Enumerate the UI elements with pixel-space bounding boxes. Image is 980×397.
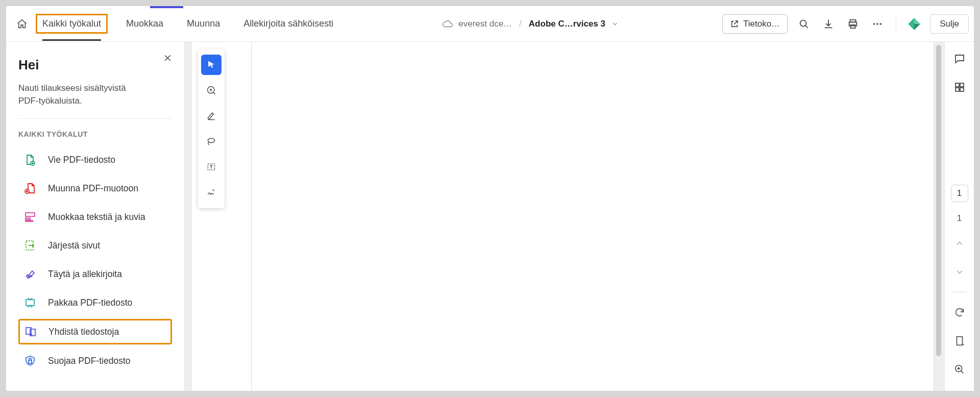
- external-link-icon: [730, 19, 739, 29]
- nav-convert[interactable]: Muunna: [182, 14, 225, 33]
- more-horizontal-icon: [872, 18, 883, 30]
- cloud-label: everest dce…: [458, 19, 512, 29]
- account-avatar[interactable]: [906, 16, 922, 32]
- sidebar-section-heading: KAIKKI TYÖKALUT: [18, 130, 172, 138]
- zoom-button[interactable]: [951, 361, 968, 378]
- tool-convert-to-pdf[interactable]: Muunna PDF-muotoon: [18, 176, 172, 201]
- tool-label: Pakkaa PDF-tiedosto: [48, 297, 132, 308]
- sidebar-subtitle: Nauti tilaukseesi sisältyvistä PDF-työka…: [18, 82, 172, 107]
- tool-organize-pages[interactable]: Järjestä sivut: [18, 233, 172, 258]
- tab-indicator: [150, 6, 183, 8]
- download-icon: [823, 18, 834, 30]
- more-button[interactable]: [869, 16, 886, 32]
- comment-tool[interactable]: [201, 80, 222, 101]
- search-button[interactable]: [796, 16, 812, 32]
- scrollbar-track[interactable]: [934, 42, 944, 391]
- rotate-icon: [954, 307, 965, 318]
- page-up-button[interactable]: [951, 235, 968, 252]
- svg-rect-26: [960, 88, 964, 91]
- tool-combine-files[interactable]: Yhdistä tiedostoja: [18, 319, 172, 344]
- page-total-badge[interactable]: 1: [951, 185, 968, 202]
- zoom-in-icon: [954, 364, 965, 375]
- lasso-icon: [206, 136, 216, 146]
- select-tool[interactable]: [201, 55, 222, 75]
- scrollbar-thumb[interactable]: [936, 45, 941, 356]
- canvas-gutter: [185, 42, 192, 391]
- info-button-label: Tietoko…: [743, 19, 780, 29]
- print-icon: [847, 18, 859, 30]
- page-current: 1: [957, 213, 962, 224]
- topbar: Kaikki työkalut Muokkaa Muunna Allekirjo…: [6, 6, 974, 42]
- sidebar: ✕ Hei Nauti tilaukseesi sisältyvistä PDF…: [6, 42, 185, 391]
- sidebar-title: Hei: [18, 57, 172, 73]
- topbar-actions: Tietoko… Sulje: [722, 14, 969, 34]
- tool-label: Muokkaa tekstiä ja kuvia: [48, 212, 145, 222]
- tool-protect-pdf[interactable]: Suojaa PDF-tiedosto: [18, 349, 172, 373]
- tool-label: Suojaa PDF-tiedosto: [48, 356, 130, 366]
- nav-all-tools[interactable]: Kaikki työkalut: [36, 14, 108, 34]
- cursor-icon: [206, 60, 216, 70]
- home-icon: [16, 18, 28, 30]
- download-button[interactable]: [820, 16, 837, 32]
- page-surface[interactable]: [251, 42, 934, 391]
- cloud-icon: [442, 18, 453, 30]
- comments-panel-button[interactable]: [951, 50, 968, 67]
- svg-point-21: [208, 138, 214, 142]
- textbox-icon: [206, 162, 216, 172]
- edit-icon: [24, 211, 36, 223]
- chevron-down-icon: [954, 267, 965, 277]
- rail-divider: [952, 292, 967, 292]
- tool-label: Vie PDF-tiedosto: [48, 155, 115, 165]
- tool-compress-pdf[interactable]: Pakkaa PDF-tiedosto: [18, 290, 172, 315]
- svg-rect-13: [26, 218, 30, 219]
- svg-marker-9: [914, 24, 920, 30]
- svg-rect-24: [960, 83, 964, 87]
- divider: [896, 16, 896, 32]
- right-rail: 1 1: [944, 42, 974, 391]
- tool-export-pdf[interactable]: Vie PDF-tiedosto: [18, 147, 172, 172]
- close-button[interactable]: Sulje: [930, 14, 969, 34]
- document-name: Adobe C…rvices 3: [529, 19, 605, 29]
- sidebar-divider: [18, 118, 172, 119]
- svg-point-4: [873, 23, 875, 25]
- svg-rect-25: [955, 88, 959, 91]
- highlight-tool[interactable]: [201, 106, 222, 126]
- svg-point-6: [880, 23, 882, 25]
- protect-icon: [24, 355, 36, 367]
- signature-icon: [206, 187, 216, 197]
- tool-label: Muunna PDF-muotoon: [48, 183, 138, 194]
- body: ✕ Hei Nauti tilaukseesi sisältyvistä PDF…: [6, 42, 974, 391]
- nav-esign[interactable]: Allekirjoita sähköisesti: [238, 14, 338, 33]
- textbox-tool[interactable]: [201, 157, 222, 177]
- canvas-area: [185, 42, 944, 391]
- tool-label: Järjestä sivut: [48, 240, 100, 251]
- svg-rect-23: [955, 83, 959, 87]
- thumbnails-panel-button[interactable]: [951, 79, 968, 96]
- create-pdf-icon: [24, 182, 36, 194]
- svg-point-5: [876, 23, 878, 25]
- rotate-button[interactable]: [951, 304, 968, 321]
- tool-label: Täytä ja allekirjoita: [48, 269, 122, 280]
- document-selector[interactable]: Adobe C…rvices 3: [529, 19, 619, 29]
- print-button[interactable]: [845, 16, 861, 32]
- cloud-location[interactable]: everest dce…: [442, 18, 512, 30]
- svg-rect-27: [957, 337, 962, 345]
- tool-label: Yhdistä tiedostoja: [48, 327, 119, 337]
- signature-tool[interactable]: [201, 182, 222, 203]
- svg-marker-8: [914, 18, 920, 24]
- sidebar-close[interactable]: ✕: [163, 52, 172, 64]
- organize-icon: [24, 239, 36, 252]
- comment-icon: [953, 53, 966, 65]
- nav-edit[interactable]: Muokkaa: [121, 14, 168, 33]
- svg-rect-19: [29, 360, 32, 363]
- info-button[interactable]: Tietoko…: [722, 14, 788, 34]
- page-down-button[interactable]: [951, 263, 968, 281]
- quick-tools: [198, 49, 225, 208]
- svg-rect-12: [26, 213, 35, 216]
- text-bubble-icon: [206, 85, 216, 95]
- tool-fill-sign[interactable]: Täytä ja allekirjoita: [18, 262, 172, 286]
- home-button[interactable]: [14, 16, 30, 32]
- page-view-button[interactable]: [951, 332, 968, 350]
- draw-tool[interactable]: [201, 131, 222, 152]
- tool-edit-text-images[interactable]: Muokkaa tekstiä ja kuvia: [18, 205, 172, 229]
